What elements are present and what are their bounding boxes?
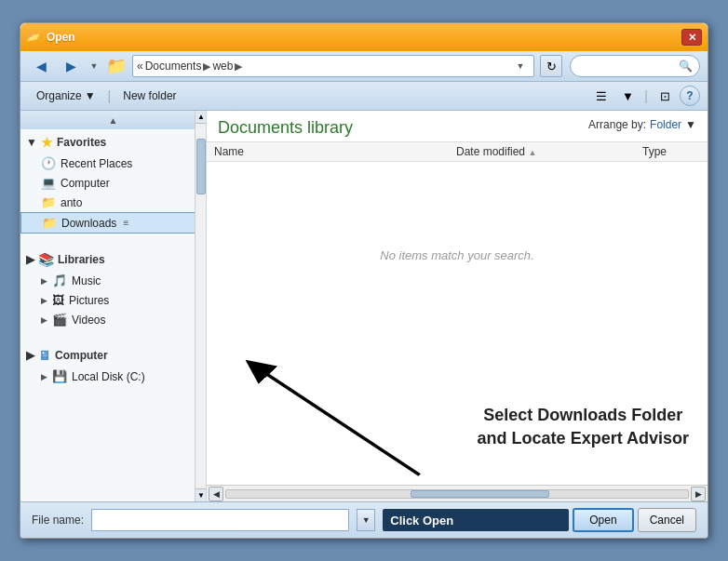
computer-section-label: Computer xyxy=(55,349,108,362)
sidebar-scrollbar: ▲ ▼ xyxy=(195,111,206,501)
downloads-folder-icon: 📁 xyxy=(42,216,57,230)
file-list: No items match your search. xyxy=(207,162,708,348)
address-bar[interactable]: « Documents ▶ web ▶ ▼ xyxy=(132,55,534,77)
sidebar-scroll-up-arrow[interactable]: ▲ xyxy=(195,111,207,124)
annotation-text: Select Downloads Folder and Locate Exper… xyxy=(478,404,689,450)
column-date-modified[interactable]: Date modified ▲ xyxy=(456,145,642,158)
computer-section-header[interactable]: ▶ 🖥 Computer xyxy=(20,344,206,367)
music-label: Music xyxy=(72,274,101,287)
favorites-label: Favorites xyxy=(57,136,106,149)
bottom-right: Click Open Open Cancel xyxy=(383,508,696,532)
date-modified-label: Date modified xyxy=(456,145,525,158)
new-folder-button[interactable]: New folder xyxy=(115,86,184,106)
search-icon: 🔍 xyxy=(679,60,693,73)
downloads-label: Downloads xyxy=(61,217,116,230)
anto-label: anto xyxy=(61,196,82,209)
menu-left: Organize ▼ | New folder xyxy=(28,86,185,106)
annotation-line2: and Locate Expert Advisor xyxy=(478,429,689,447)
column-type[interactable]: Type xyxy=(642,145,700,158)
sidebar-item-downloads[interactable]: 📁 Downloads ≡ xyxy=(20,212,206,234)
view-dropdown-button[interactable]: ▼ xyxy=(616,86,639,106)
sidebar-scroll-down-arrow[interactable]: ▼ xyxy=(195,488,207,501)
anto-folder-icon: 📁 xyxy=(41,195,56,209)
videos-icon: 🎬 xyxy=(52,313,67,327)
organize-label: Organize xyxy=(36,89,82,102)
computer-label: Computer xyxy=(61,177,110,190)
refresh-button[interactable]: ↻ xyxy=(540,55,562,77)
cancel-button[interactable]: Cancel xyxy=(638,508,696,532)
view-mode-button-2[interactable]: ⊡ xyxy=(654,86,676,106)
arrange-by-label: Arrange by: xyxy=(588,118,646,131)
open-dialog: 📂 Open ✕ ◀ ▶ ▼ 📁 « Documents ▶ web ▶ ▼ ↻… xyxy=(20,22,708,539)
window-icon: 📂 xyxy=(26,30,41,45)
sidebar-item-videos[interactable]: ▶ 🎬 Videos xyxy=(20,310,206,329)
open-button[interactable]: Open xyxy=(573,508,633,532)
view-separator: | xyxy=(642,88,650,103)
filename-label: File name: xyxy=(32,514,84,527)
computer-section: ▶ 🖥 Computer ▶ 💾 Local Disk (C:) xyxy=(20,342,206,388)
recent-places-icon: 🕐 xyxy=(41,156,56,170)
scroll-track[interactable] xyxy=(225,489,689,499)
content-area: Documents library Arrange by: Folder ▼ N… xyxy=(207,111,708,501)
sidebar-item-music[interactable]: ▶ 🎵 Music xyxy=(20,271,206,290)
filename-input[interactable] xyxy=(91,509,349,531)
address-dropdown-button[interactable]: ▼ xyxy=(511,55,530,77)
sidebar: ▲ ▼ ★ Favorites 🕐 Recent Places 💻 Comput… xyxy=(20,111,207,501)
breadcrumb-sep-2: ▶ xyxy=(235,60,242,73)
sidebar-item-pictures[interactable]: ▶ 🖼 Pictures xyxy=(20,290,206,310)
scroll-right-button[interactable]: ▶ xyxy=(691,487,706,501)
bottom-bar: File name: ▼ Click Open Open Cancel xyxy=(20,501,708,538)
nav-dropdown-button[interactable]: ▼ xyxy=(88,55,101,77)
column-headers: Name Date modified ▲ Type xyxy=(207,142,708,162)
pictures-icon: 🖼 xyxy=(52,293,64,307)
libraries-header[interactable]: ▶ 📚 Libraries xyxy=(20,248,206,271)
help-button[interactable]: ? xyxy=(680,86,700,106)
scroll-thumb[interactable] xyxy=(411,490,549,498)
library-title: Documents library xyxy=(218,118,353,138)
column-name[interactable]: Name xyxy=(214,145,456,158)
favorites-triangle: ▼ xyxy=(26,136,37,149)
title-bar-left: 📂 Open xyxy=(26,30,75,45)
view-mode-button-1[interactable]: ☰ xyxy=(590,86,613,106)
back-button[interactable]: ◀ xyxy=(28,55,54,77)
sidebar-item-computer[interactable]: 💻 Computer xyxy=(20,173,206,193)
sidebar-item-local-disk[interactable]: ▶ 💾 Local Disk (C:) xyxy=(20,367,206,386)
videos-expand-icon: ▶ xyxy=(41,315,47,325)
arrange-by-control: Arrange by: Folder ▼ xyxy=(588,118,696,131)
arrange-by-link[interactable]: Folder xyxy=(650,118,681,131)
music-expand-icon: ▶ xyxy=(41,276,47,286)
forward-button[interactable]: ▶ xyxy=(58,55,84,77)
computer-section-icon: 🖥 xyxy=(38,348,51,363)
arrange-by-arrow: ▼ xyxy=(685,118,696,131)
computer-icon: 💻 xyxy=(41,176,56,190)
scroll-left-button[interactable]: ◀ xyxy=(209,487,223,501)
no-items-text: No items match your search. xyxy=(380,248,533,262)
annotation-line1: Select Downloads Folder xyxy=(483,406,682,424)
breadcrumb: « Documents ▶ web ▶ xyxy=(137,60,511,73)
sidebar-scroll-up-btn[interactable]: ▲ xyxy=(20,111,206,129)
sort-arrow-icon: ▲ xyxy=(528,148,536,157)
menu-bar: Organize ▼ | New folder ☰ ▼ | ⊡ ? xyxy=(20,82,708,111)
sidebar-scroll-thumb[interactable] xyxy=(196,139,206,194)
organize-button[interactable]: Organize ▼ xyxy=(28,86,104,106)
libraries-label: Libraries xyxy=(58,253,105,266)
title-bar: 📂 Open ✕ xyxy=(20,23,708,51)
filename-dropdown-button[interactable]: ▼ xyxy=(357,509,375,531)
sidebar-item-recent-places[interactable]: 🕐 Recent Places xyxy=(20,154,206,173)
local-disk-icon: 💾 xyxy=(52,369,67,383)
pictures-expand-icon: ▶ xyxy=(41,296,47,305)
svg-line-0 xyxy=(257,367,420,475)
annotation-arrow-svg xyxy=(207,348,708,485)
favorites-header[interactable]: ▼ ★ Favorites xyxy=(20,131,206,154)
close-button[interactable]: ✕ xyxy=(681,29,702,46)
libraries-triangle: ▶ xyxy=(26,253,34,266)
folder-nav-icon: 📁 xyxy=(106,56,127,76)
title-controls: ✕ xyxy=(681,29,702,46)
sidebar-item-anto[interactable]: 📁 anto xyxy=(20,193,206,212)
recent-places-label: Recent Places xyxy=(61,157,132,170)
organize-arrow: ▼ xyxy=(85,89,96,102)
breadcrumb-documents: Documents xyxy=(145,60,202,73)
breadcrumb-web: web xyxy=(212,60,233,73)
computer-triangle: ▶ xyxy=(26,349,34,362)
favorites-section: ▼ ★ Favorites 🕐 Recent Places 💻 Computer… xyxy=(20,129,206,235)
